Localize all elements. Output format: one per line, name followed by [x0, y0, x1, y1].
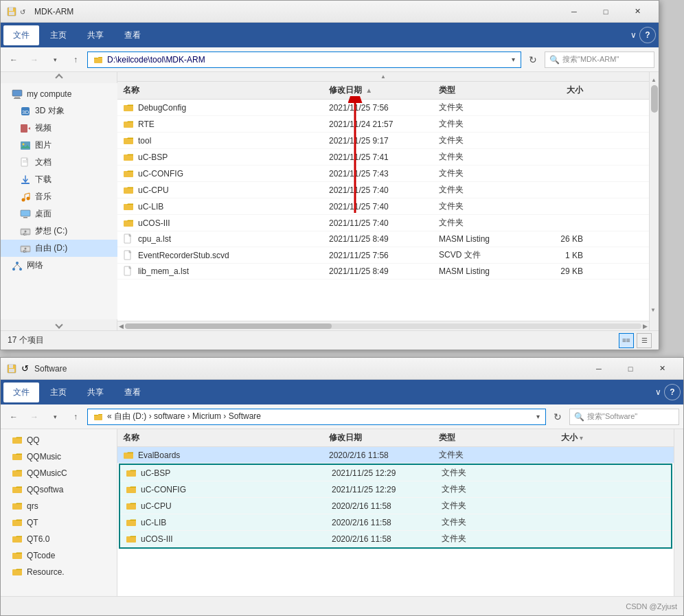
file-row[interactable]: EventRecorderStub.scvd 2021/11/25 7:56 S… — [117, 247, 649, 264]
bottom-sidebar-item-qtcode[interactable]: QTcode — [1, 547, 117, 564]
file-row-ucconfig[interactable]: uC-CONFIG 2021/11/25 12:29 文件夹 — [120, 481, 671, 498]
file-row[interactable]: uC-CONFIG 2021/11/25 7:43 文件夹 — [117, 166, 649, 182]
ribbon-chevron-icon[interactable]: ∨ — [630, 30, 637, 40]
sidebar-item-image[interactable]: 图片 — [1, 137, 117, 154]
bottom-ribbon-tab-share[interactable]: 共享 — [78, 383, 113, 402]
refresh-button[interactable]: ↻ — [524, 51, 542, 69]
sidebar-item-mycomputer[interactable]: my compute — [1, 86, 117, 102]
sidebar-item-desktop[interactable]: 桌面 — [1, 205, 117, 223]
file-row-ucbsp[interactable]: uC-BSP 2021/11/25 12:29 文件夹 — [120, 465, 671, 481]
folder-icon — [12, 484, 23, 495]
bottom-ribbon-tab-view[interactable]: 查看 — [115, 383, 150, 402]
file-row[interactable]: RTE 2021/11/24 21:57 文件夹 — [117, 116, 649, 133]
header-type[interactable]: 类型 — [439, 84, 528, 96]
recent-button[interactable]: ▾ — [46, 51, 64, 69]
sidebar-scroll-up[interactable] — [55, 73, 62, 81]
file-row-ucos[interactable]: uCOS-III 2020/2/16 11:58 文件夹 — [120, 531, 671, 547]
file-row[interactable]: uCOS-III 2021/11/25 7:40 文件夹 — [117, 215, 649, 231]
bottom-maximize-button[interactable]: □ — [615, 358, 646, 380]
search-icon: 🔍 — [549, 55, 560, 65]
help-button[interactable]: ? — [639, 27, 656, 43]
bottom-sidebar-item-qt[interactable]: QT — [1, 514, 117, 531]
bottom-header-type[interactable]: 类型 — [439, 432, 528, 444]
top-h-scrollbar[interactable]: ◀ ▶ — [117, 321, 649, 330]
bottom-v-scrollbar[interactable] — [674, 429, 683, 596]
bottom-address-box[interactable]: « 自由 (D:) › software › Micrium › Softwar… — [87, 409, 546, 425]
bottom-recent-button[interactable]: ▾ — [46, 408, 64, 426]
sidebar-item-music[interactable]: 音乐 — [1, 188, 117, 205]
file-row[interactable]: uC-CPU 2021/11/25 7:40 文件夹 — [117, 182, 649, 198]
file-row-evalboards[interactable]: EvalBoards 2020/2/16 11:58 文件夹 — [117, 447, 674, 464]
top-address-box[interactable]: D:\keilcode\tool\MDK-ARM ▾ — [87, 52, 521, 68]
address-dropdown-icon[interactable]: ▾ — [512, 56, 515, 63]
bottom-ribbon-chevron-icon[interactable]: ∨ — [655, 387, 661, 397]
grid-view-button[interactable]: ≡≡ — [619, 333, 634, 348]
close-button[interactable]: ✕ — [622, 1, 653, 23]
bottom-sidebar-item-qq[interactable]: QQ — [1, 432, 117, 448]
bottom-sidebar-item-qqmusicc[interactable]: QQMusicC — [1, 465, 117, 481]
title-undo-icon[interactable]: ↺ — [19, 6, 30, 17]
sidebar-item-download[interactable]: 下载 — [1, 171, 117, 188]
bottom-ribbon-tab-file[interactable]: 文件 — [3, 383, 39, 402]
document-icon — [20, 157, 31, 168]
bottom-sidebar-item-qqmusic[interactable]: QQMusic — [1, 448, 117, 465]
file-row-uclib[interactable]: uC-LIB 2020/2/16 11:58 文件夹 — [120, 514, 671, 531]
header-size[interactable]: 大小 — [528, 84, 583, 96]
bottom-sidebar-item-resource[interactable]: Resource. — [1, 564, 117, 580]
sidebar-item-video[interactable]: 视频 — [1, 119, 117, 137]
bottom-header-date[interactable]: 修改日期 — [329, 432, 439, 444]
bottom-close-button[interactable]: ✕ — [646, 358, 678, 380]
bottom-sidebar-item-qt60[interactable]: QT6.0 — [1, 531, 117, 547]
top-search-box[interactable]: 🔍 搜索"MDK-ARM" — [545, 52, 654, 68]
list-view-button[interactable]: ☰ — [637, 333, 652, 348]
svg-rect-35 — [124, 105, 133, 111]
bottom-header-name[interactable]: 名称 — [123, 432, 329, 444]
folder-icon — [123, 201, 134, 212]
ribbon-tab-share[interactable]: 共享 — [78, 25, 113, 45]
top-v-scrollbar[interactable]: ▲ ▼ — [649, 72, 659, 330]
sidebar-item-network[interactable]: 网络 — [1, 257, 117, 274]
svg-rect-12 — [21, 141, 30, 150]
file-row[interactable]: uC-LIB 2021/11/25 7:40 文件夹 — [117, 198, 649, 215]
up-button[interactable]: ↑ — [67, 51, 84, 69]
title-save-icon[interactable] — [6, 6, 17, 17]
bottom-title-undo-icon[interactable]: ↺ — [19, 363, 30, 374]
file-row-uccpu[interactable]: uC-CPU 2020/2/16 11:58 文件夹 — [120, 498, 671, 514]
file-list-scroll-up[interactable]: ▲ — [117, 72, 649, 82]
sidebar-item-3d[interactable]: 3D 3D 对象 — [1, 102, 117, 119]
file-row[interactable]: cpu_a.lst 2021/11/25 8:49 MASM Listing 2… — [117, 231, 649, 247]
bottom-refresh-button[interactable]: ↻ — [549, 408, 567, 426]
maximize-button[interactable]: □ — [590, 1, 622, 23]
sidebar-item-drive-c[interactable]: C: 梦想 (C:) — [1, 223, 117, 240]
bottom-header-size[interactable]: 大小 ▾ — [528, 432, 583, 444]
bottom-sidebar-item-qrs[interactable]: qrs — [1, 498, 117, 514]
bottom-help-button[interactable]: ? — [664, 384, 681, 400]
ribbon-tab-file[interactable]: 文件 — [3, 25, 39, 45]
ribbon-tab-home[interactable]: 主页 — [41, 25, 76, 45]
bottom-search-box[interactable]: 🔍 搜索"Software" — [569, 409, 679, 425]
sidebar-scroll-down[interactable] — [55, 321, 62, 328]
sidebar-item-document[interactable]: 文档 — [1, 154, 117, 171]
bottom-forward-button[interactable]: → — [25, 408, 43, 426]
back-button[interactable]: ← — [5, 51, 23, 69]
file-row[interactable]: uC-BSP 2021/11/25 7:41 文件夹 — [117, 149, 649, 166]
bottom-address-dropdown-icon[interactable]: ▾ — [536, 413, 540, 420]
file-row[interactable]: lib_mem_a.lst 2021/11/25 8:49 MASM Listi… — [117, 264, 649, 280]
bottom-minimize-button[interactable]: ─ — [583, 358, 615, 380]
svg-rect-5 — [12, 90, 22, 96]
bottom-title-save-icon[interactable] — [6, 363, 17, 374]
bottom-back-button[interactable]: ← — [5, 408, 23, 426]
ribbon-tab-view[interactable]: 查看 — [115, 25, 150, 45]
svg-rect-63 — [126, 487, 136, 493]
bottom-up-button[interactable]: ↑ — [67, 408, 84, 426]
bottom-sidebar-item-qqsoftwa[interactable]: QQsoftwa — [1, 481, 117, 498]
file-row[interactable]: tool 2021/11/25 9:17 文件夹 — [117, 133, 649, 149]
header-date[interactable]: 修改日期 ▲ — [329, 84, 439, 96]
file-icon — [123, 233, 134, 244]
file-row[interactable]: DebugConfig 2021/11/25 7:56 文件夹 — [117, 100, 649, 116]
minimize-button[interactable]: ─ — [558, 1, 590, 23]
forward-button[interactable]: → — [25, 51, 43, 69]
bottom-ribbon-tab-home[interactable]: 主页 — [41, 383, 76, 402]
header-name[interactable]: 名称 — [123, 84, 329, 96]
sidebar-item-drive-d[interactable]: D: 自由 (D:) — [1, 240, 117, 257]
